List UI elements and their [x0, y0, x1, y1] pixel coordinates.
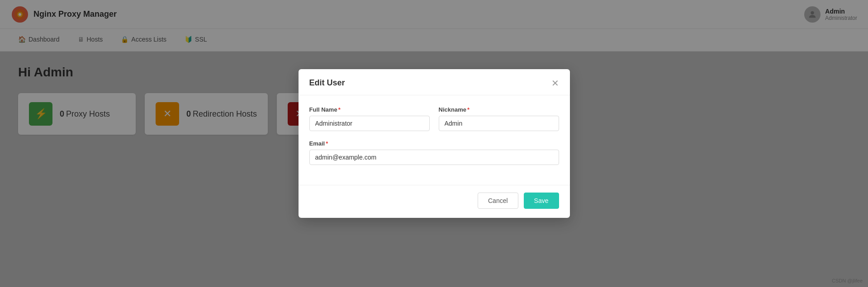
save-button[interactable]: Save: [524, 193, 559, 209]
form-group-email: Email*: [309, 140, 559, 165]
fullname-label: Full Name*: [309, 106, 430, 113]
modal-overlay: Edit User ✕ Full Name* Nickname*: [0, 0, 868, 287]
email-input[interactable]: [309, 150, 559, 165]
form-row-name: Full Name* Nickname*: [309, 106, 559, 131]
email-label: Email*: [309, 140, 559, 147]
modal-footer: Cancel Save: [299, 185, 570, 218]
modal-header: Edit User ✕: [299, 69, 570, 95]
modal-close-button[interactable]: ✕: [551, 79, 559, 88]
nickname-required: *: [467, 106, 470, 113]
email-required: *: [326, 140, 328, 147]
form-row-email: Email*: [309, 140, 559, 165]
fullname-required: *: [338, 106, 341, 113]
modal-title: Edit User: [309, 78, 345, 88]
edit-user-modal: Edit User ✕ Full Name* Nickname*: [299, 69, 570, 218]
cancel-button[interactable]: Cancel: [478, 193, 518, 209]
modal-body: Full Name* Nickname* Email*: [299, 95, 570, 185]
nickname-label: Nickname*: [439, 106, 559, 113]
form-group-nickname: Nickname*: [439, 106, 559, 131]
form-group-fullname: Full Name*: [309, 106, 430, 131]
fullname-input[interactable]: [309, 116, 430, 131]
nickname-input[interactable]: [439, 116, 559, 131]
